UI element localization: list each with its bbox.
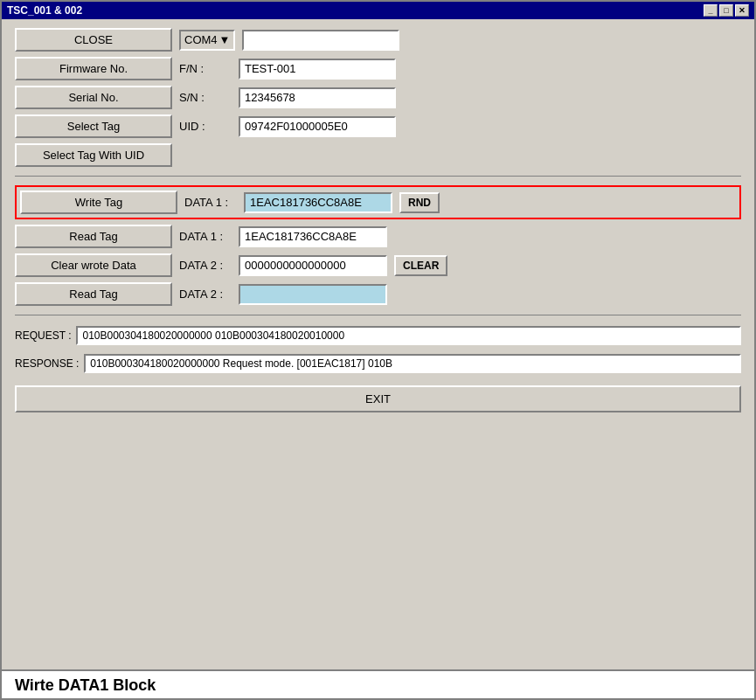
response-label: RESPONSE : xyxy=(15,357,79,370)
title-bar-controls: _ □ ✕ xyxy=(704,4,749,17)
com-port-combo[interactable]: COM4 ▼ xyxy=(179,30,235,51)
data1-read-label: DATA 1 : xyxy=(179,230,232,243)
read-tag1-row: Read Tag DATA 1 : xyxy=(15,225,741,248)
request-value: 010B000304180020000000 010B0003041800200… xyxy=(76,326,741,345)
clear-button[interactable]: CLEAR xyxy=(394,255,447,276)
main-window: TSC_001 & 002 _ □ ✕ CLOSE COM4 ▼ Firmwar… xyxy=(0,0,756,700)
data2-field[interactable] xyxy=(239,255,387,276)
window-title: TSC_001 & 002 xyxy=(7,4,82,17)
select-tag-uid-button[interactable]: Select Tag With UID xyxy=(15,143,172,167)
sn-label: S/N : xyxy=(179,91,232,104)
serial-row: Serial No. S/N : xyxy=(15,86,741,109)
uid-field[interactable] xyxy=(239,116,396,137)
footer-text: Wirte DATA1 Block xyxy=(2,669,754,698)
firmware-button[interactable]: Firmware No. xyxy=(15,57,172,80)
com-port-label: COM4 xyxy=(184,33,218,46)
read-tag2-button[interactable]: Read Tag xyxy=(15,282,172,306)
divider1 xyxy=(15,176,741,177)
close-window-button[interactable]: ✕ xyxy=(735,4,749,17)
write-tag-button[interactable]: Write Tag xyxy=(20,191,177,214)
baud-rate-field[interactable] xyxy=(242,30,399,51)
uid-label: UID : xyxy=(179,120,232,133)
close-row: CLOSE COM4 ▼ xyxy=(15,28,741,52)
response-row: RESPONSE : 010B000304180020000000 Reques… xyxy=(15,352,741,375)
data1-read-field[interactable] xyxy=(239,226,387,247)
data1-write-label: DATA 1 : xyxy=(184,196,237,209)
clear-wrote-button[interactable]: Clear wrote Data xyxy=(15,253,172,277)
data1-write-field[interactable] xyxy=(244,192,392,213)
firmware-row: Firmware No. F/N : xyxy=(15,57,741,80)
title-bar: TSC_001 & 002 _ □ ✕ xyxy=(2,2,754,19)
request-row: REQUEST : 010B000304180020000000 010B000… xyxy=(15,324,741,347)
request-label: REQUEST : xyxy=(15,329,71,342)
close-button[interactable]: CLOSE xyxy=(15,28,172,52)
serial-button[interactable]: Serial No. xyxy=(15,86,172,109)
maximize-button[interactable]: □ xyxy=(719,4,733,17)
sn-field[interactable] xyxy=(239,87,396,108)
combo-arrow-icon: ▼ xyxy=(219,33,231,46)
fn-label: F/N : xyxy=(179,62,232,75)
clear-wrote-row: Clear wrote Data DATA 2 : CLEAR xyxy=(15,253,741,277)
select-tag-button[interactable]: Select Tag xyxy=(15,114,172,138)
rnd-button[interactable]: RND xyxy=(399,192,440,213)
minimize-button[interactable]: _ xyxy=(704,4,718,17)
data2-label: DATA 2 : xyxy=(179,259,232,272)
fn-field[interactable] xyxy=(239,59,396,80)
select-tag-row: Select Tag UID : xyxy=(15,114,741,138)
response-value: 010B000304180020000000 Request mode. [00… xyxy=(84,354,741,373)
divider2 xyxy=(15,315,741,315)
main-content: CLOSE COM4 ▼ Firmware No. F/N : Serial N… xyxy=(2,19,754,669)
select-tag-uid-row: Select Tag With UID xyxy=(15,143,741,167)
data2-read-field[interactable] xyxy=(239,284,387,305)
exit-button[interactable]: EXIT xyxy=(15,385,741,412)
data2-read-label: DATA 2 : xyxy=(179,288,232,301)
write-tag-highlighted-row: Write Tag DATA 1 : RND xyxy=(15,185,741,219)
read-tag2-row: Read Tag DATA 2 : xyxy=(15,282,741,306)
read-tag1-button[interactable]: Read Tag xyxy=(15,225,172,248)
